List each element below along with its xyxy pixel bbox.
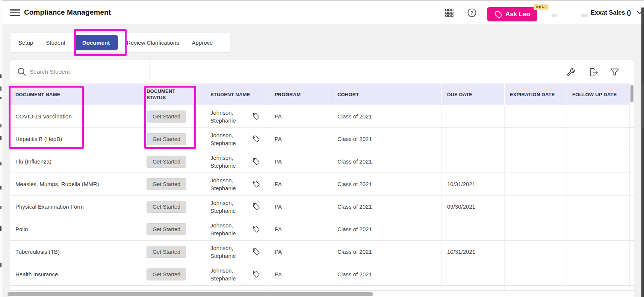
tag-icon[interactable] — [252, 157, 261, 166]
document-name: COVID-19 Vaccination — [15, 113, 72, 120]
svg-text:?: ? — [470, 10, 473, 16]
column-header-due[interactable]: DUE DATE — [442, 83, 505, 105]
document-name: Tuberculosis (TB) — [15, 249, 60, 255]
ask-leo-label: Ask Leo — [505, 11, 530, 18]
tag-icon[interactable] — [252, 180, 261, 188]
right-edge-strip — [641, 8, 644, 297]
table-row: Measles, Mumps, Rubella (MMR) Get Starte… — [10, 173, 634, 195]
tag-icon[interactable] — [252, 247, 261, 256]
search-input[interactable] — [30, 68, 135, 75]
program-value: PA — [275, 181, 282, 187]
export-icon[interactable] — [589, 67, 599, 77]
table-row: Tuberculosis (TB) Get Started Johnson, S… — [10, 241, 634, 263]
get-started-button[interactable]: Get Started — [147, 201, 186, 213]
tab-document[interactable]: Document — [74, 35, 118, 50]
table-row-partial — [10, 286, 634, 291]
table-header: DOCUMENT NAMEDOCUMENT STATUSSTUDENT NAME… — [10, 83, 630, 105]
get-started-button[interactable]: Get Started — [147, 111, 186, 123]
get-started-button[interactable]: Get Started — [147, 223, 186, 235]
column-header-expiration[interactable]: EXPIRATION DATE — [505, 83, 567, 105]
column-header-status[interactable]: DOCUMENT STATUS — [141, 83, 205, 105]
cohort-value: Class of 2021 — [337, 136, 372, 142]
vertical-scrollbar[interactable] — [630, 85, 633, 102]
table-row: Flu (Influenza) Get Started Johnson, Ste… — [10, 150, 634, 173]
help-icon[interactable]: ? — [467, 8, 476, 17]
apps-grid-icon[interactable] — [445, 8, 454, 17]
get-started-button[interactable]: Get Started — [147, 246, 186, 258]
settings-wrench-icon[interactable] — [566, 67, 576, 77]
program-value: PA — [275, 271, 282, 277]
student-name: Johnson, Stephanie — [210, 154, 245, 170]
student-name: Johnson, Stephanie — [210, 221, 245, 237]
cohort-value: Class of 2021 — [337, 271, 372, 277]
program-value: PA — [275, 158, 282, 165]
tab-bar: SetupStudentDocumentReview Clarification… — [11, 33, 230, 52]
ask-leo-logo-icon — [494, 10, 502, 18]
program-value: PA — [275, 136, 282, 142]
document-name: Flu (Influenza) — [15, 158, 51, 165]
due-date-value: 09/30/2021 — [447, 203, 475, 210]
student-name: Johnson, Stephanie — [210, 109, 245, 124]
tab-review-clarifications[interactable]: Review Clarifications — [120, 35, 185, 50]
column-header-student[interactable]: STUDENT NAME — [205, 83, 269, 105]
table-row: Polio Get Started Johnson, Stephanie PA … — [10, 218, 634, 241]
tab-approve[interactable]: Approve — [185, 35, 219, 50]
account-menu[interactable]: Exxat Sales () — [591, 1, 643, 24]
column-header-follow_up[interactable]: FOLLOW UP DATE — [567, 83, 630, 105]
due-date-value: 10/31/2021 — [447, 249, 475, 255]
program-value: PA — [275, 249, 282, 255]
document-name: Measles, Mumps, Rubella (MMR) — [15, 181, 99, 187]
screen: Compliance Management ? Ask Leo BETA — [0, 0, 644, 297]
tag-icon[interactable] — [252, 225, 261, 233]
program-value: PA — [275, 113, 282, 120]
content-card: DOCUMENT NAMEDOCUMENT STATUSSTUDENT NAME… — [10, 60, 634, 297]
ask-leo-button[interactable]: Ask Leo — [487, 7, 537, 21]
top-bar: Compliance Management ? Ask Leo BETA — [2, 0, 644, 24]
tab-setup[interactable]: Setup — [12, 35, 39, 50]
get-started-button[interactable]: Get Started — [147, 156, 186, 168]
table-row: COVID-19 Vaccination Get Started Johnson… — [10, 105, 634, 128]
toolbar-divider — [559, 60, 559, 83]
get-started-button[interactable]: Get Started — [147, 133, 186, 145]
table-row: Health Insurance Get Started Johnson, St… — [10, 263, 634, 286]
document-name: Health Insurance — [15, 271, 58, 277]
column-header-program[interactable]: PROGRAM — [269, 83, 332, 105]
search-icon — [17, 67, 26, 76]
program-value: PA — [275, 226, 282, 232]
student-name: Johnson, Stephanie — [210, 267, 245, 282]
student-name: Johnson, Stephanie — [210, 131, 245, 147]
column-header-cohort[interactable]: COHORT — [332, 83, 442, 105]
redacted-mark — [581, 14, 588, 17]
redacted-mark — [552, 14, 557, 17]
table-toolbar — [10, 60, 634, 83]
left-edge-strip — [0, 0, 2, 297]
cohort-value: Class of 2021 — [337, 226, 372, 232]
cohort-value: Class of 2021 — [337, 181, 372, 187]
tab-student[interactable]: Student — [39, 35, 72, 50]
document-name: Hepatitis B (HepB) — [15, 136, 62, 142]
cohort-value: Class of 2021 — [337, 158, 372, 165]
document-name: Polio — [15, 226, 28, 232]
student-name: Johnson, Stephanie — [210, 199, 245, 215]
program-value: PA — [275, 203, 282, 210]
table-row: Hepatitis B (HepB) Get Started Johnson, … — [10, 128, 634, 150]
filter-icon[interactable] — [610, 67, 620, 77]
search-box[interactable] — [10, 60, 150, 83]
student-name: Johnson, Stephanie — [210, 244, 245, 260]
cohort-value: Class of 2021 — [337, 203, 372, 210]
student-name: Johnson, Stephanie — [210, 176, 245, 192]
tag-icon[interactable] — [252, 112, 261, 121]
menu-icon[interactable] — [10, 9, 20, 17]
horizontal-scrollbar[interactable] — [8, 292, 373, 296]
table-row: Physical Examination Form Get Started Jo… — [10, 195, 634, 218]
page-title: Compliance Management — [24, 1, 111, 24]
cohort-value: Class of 2021 — [337, 113, 372, 120]
tag-icon[interactable] — [252, 135, 261, 143]
column-header-document[interactable]: DOCUMENT NAME — [10, 83, 141, 105]
tag-icon[interactable] — [252, 270, 261, 279]
beta-badge: BETA — [534, 4, 549, 10]
get-started-button[interactable]: Get Started — [147, 178, 186, 190]
due-date-value: 10/31/2021 — [447, 181, 475, 187]
get-started-button[interactable]: Get Started — [147, 268, 186, 280]
tag-icon[interactable] — [252, 202, 261, 211]
